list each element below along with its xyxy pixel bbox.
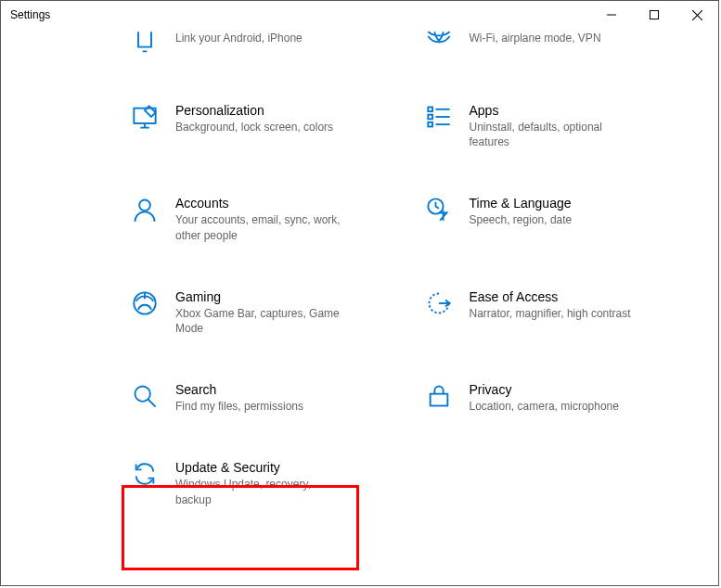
tile-accounts[interactable]: Accounts Your accounts, email, sync, wor… — [131, 196, 388, 242]
apps-icon — [425, 103, 453, 131]
settings-content: Link your Android, iPhone Wi-Fi, airplan… — [1, 29, 718, 585]
accounts-icon — [131, 196, 159, 224]
svg-line-16 — [148, 400, 156, 407]
tile-desc: Location, camera, microphone — [470, 399, 619, 414]
tile-gaming[interactable]: Gaming Xbox Game Bar, captures, Game Mod… — [131, 289, 388, 336]
tile-label: Ease of Access — [470, 289, 631, 304]
window-controls — [590, 1, 718, 29]
privacy-icon — [425, 382, 453, 410]
search-icon — [131, 382, 159, 410]
close-button[interactable] — [676, 1, 718, 29]
settings-window: Settings Link your Android, iPhone — [0, 0, 719, 586]
svg-point-15 — [135, 387, 150, 402]
tile-label: Search — [175, 382, 303, 397]
tile-desc: Background, lock screen, colors — [175, 120, 333, 134]
tile-desc: Xbox Game Bar, captures, Game Mode — [175, 306, 342, 336]
svg-point-11 — [139, 200, 150, 211]
svg-rect-9 — [428, 122, 432, 127]
tile-privacy[interactable]: Privacy Location, camera, microphone — [425, 382, 682, 414]
tile-label: Update & Security — [175, 460, 342, 475]
tile-desc: Windows Update, recovery, backup — [175, 477, 342, 506]
tile-search[interactable]: Search Find my files, permissions — [131, 382, 388, 414]
phone-icon — [131, 29, 159, 57]
tile-desc: Uninstall, defaults, optional features — [470, 120, 637, 149]
globe-icon — [425, 29, 453, 57]
tile-label: Gaming — [175, 289, 342, 304]
tile-label: Time & Language — [470, 196, 573, 211]
tile-label: Accounts — [175, 196, 342, 211]
tile-desc: Wi-Fi, airplane mode, VPN — [470, 31, 601, 45]
tile-desc: Speech, region, date — [470, 212, 573, 227]
personalization-icon — [131, 103, 159, 131]
time-language-icon — [425, 196, 453, 224]
tile-desc: Narrator, magnifier, high contrast — [470, 306, 631, 321]
minimize-button[interactable] — [590, 1, 633, 29]
tile-update-security[interactable]: Update & Security Windows Update, recove… — [131, 460, 388, 506]
tile-phone[interactable]: Link your Android, iPhone — [131, 29, 388, 57]
tile-desc: Your accounts, email, sync, work, other … — [175, 212, 342, 242]
svg-rect-17 — [430, 394, 447, 406]
tile-label: Apps — [470, 103, 637, 118]
ease-of-access-icon — [425, 289, 453, 317]
svg-rect-1 — [650, 11, 659, 19]
tile-personalization[interactable]: Personalization Background, lock screen,… — [131, 103, 388, 149]
update-icon — [131, 460, 159, 488]
tile-time-language[interactable]: Time & Language Speech, region, date — [425, 196, 682, 242]
tile-label: Personalization — [175, 103, 333, 118]
gaming-icon — [131, 289, 159, 317]
titlebar: Settings — [1, 1, 718, 29]
tile-network[interactable]: Wi-Fi, airplane mode, VPN — [425, 29, 682, 57]
tile-desc: Find my files, permissions — [175, 399, 303, 414]
tile-desc: Link your Android, iPhone — [175, 31, 303, 45]
settings-grid: Link your Android, iPhone Wi-Fi, airplan… — [131, 29, 681, 507]
window-title: Settings — [10, 8, 50, 21]
svg-rect-7 — [428, 115, 432, 120]
tile-apps[interactable]: Apps Uninstall, defaults, optional featu… — [425, 103, 682, 149]
tile-ease-of-access[interactable]: Ease of Access Narrator, magnifier, high… — [425, 289, 682, 336]
maximize-button[interactable] — [633, 1, 676, 29]
tile-label: Privacy — [470, 382, 619, 397]
svg-rect-5 — [428, 108, 432, 112]
